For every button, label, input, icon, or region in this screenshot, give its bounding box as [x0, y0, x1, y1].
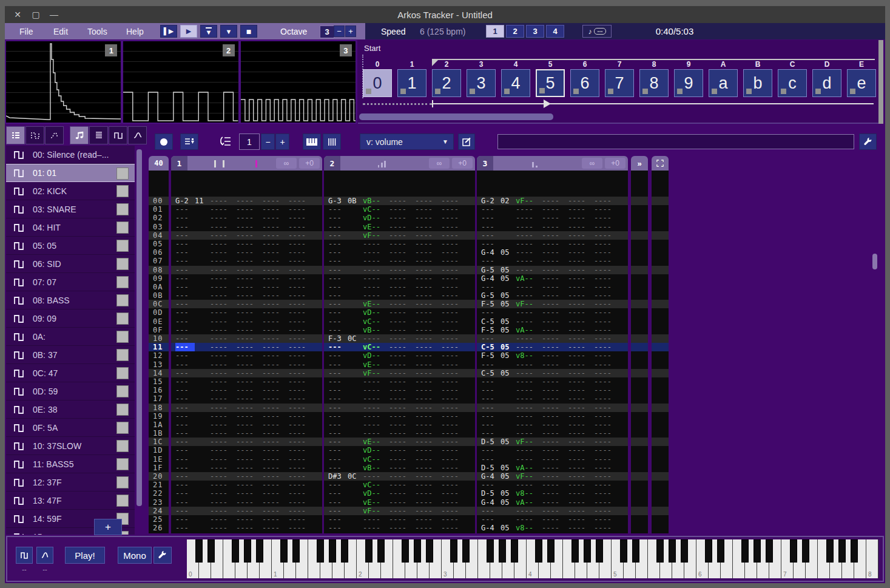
effect-cell[interactable]: ---- — [441, 386, 465, 394]
effect-cell[interactable]: ---- — [516, 231, 540, 240]
test-pitch-button[interactable] — [36, 547, 53, 564]
effect-cell[interactable]: ---- — [288, 343, 312, 351]
pattern-cell[interactable]: ---vD-------------- — [324, 446, 475, 455]
effect-cell[interactable]: ---- — [288, 291, 312, 300]
effect-cell[interactable]: ---- — [210, 317, 234, 326]
note-cell[interactable]: --- — [175, 369, 195, 377]
pattern-cell[interactable]: ------------------- — [324, 274, 475, 283]
effect-cell[interactable]: ---- — [288, 515, 312, 524]
effect-cell[interactable]: ---- — [210, 351, 234, 360]
effect-cell[interactable]: ---- — [288, 360, 312, 369]
effect-cell[interactable]: ---- — [288, 205, 312, 214]
effect-cell[interactable]: ---- — [389, 291, 413, 300]
note-cell[interactable]: F-5 — [481, 351, 501, 360]
black-key[interactable] — [547, 539, 555, 563]
pattern-cell[interactable]: ------------------- — [171, 223, 322, 231]
sequence-cell-6[interactable]: 6 — [570, 69, 599, 97]
sequence-cell-1[interactable]: 1 — [397, 69, 426, 97]
note-cell[interactable]: --- — [481, 421, 501, 429]
note-cell[interactable]: --- — [328, 455, 348, 464]
effect-cell[interactable]: ---- — [262, 343, 286, 351]
effect-cell[interactable]: ---- — [389, 377, 413, 386]
effect-cell[interactable]: ---- — [542, 455, 566, 464]
pattern-cell[interactable]: C-505---------------- — [477, 369, 628, 377]
effect-cell[interactable]: ---- — [516, 394, 540, 403]
effect-cell[interactable]: ---- — [441, 257, 465, 265]
effect-cell[interactable]: ---- — [594, 291, 618, 300]
effect-cell[interactable]: ---- — [236, 489, 260, 498]
effect-cell[interactable]: ---- — [516, 404, 540, 412]
effect-cell[interactable]: ---- — [542, 524, 566, 532]
note-cell[interactable]: --- — [175, 351, 195, 360]
effect-cell[interactable]: ---- — [415, 360, 439, 369]
instrument-cell[interactable]: 05 — [501, 369, 516, 377]
note-cell[interactable]: --- — [481, 455, 501, 464]
mono-button[interactable]: Mono — [118, 547, 152, 564]
effect-cell[interactable]: v8-- — [516, 489, 540, 498]
instrument-cell[interactable]: 05 — [501, 248, 516, 257]
pattern-cell[interactable]: ---vC-------------- — [324, 205, 475, 214]
sequence-hscrollbar[interactable] — [359, 113, 553, 120]
effect-cell[interactable]: ---- — [262, 300, 286, 308]
effect-cell[interactable]: ---- — [236, 351, 260, 360]
instrument-row[interactable]: 04: HIT — [6, 218, 135, 237]
note-cell[interactable]: --- — [175, 489, 195, 498]
effect-cell[interactable]: ---- — [415, 489, 439, 498]
effect-cell[interactable]: ---- — [236, 507, 260, 515]
pattern-cell[interactable]: G-30BvB-------------- — [324, 197, 475, 205]
note-cell[interactable]: --- — [175, 421, 195, 429]
record-button[interactable] — [155, 133, 173, 150]
edit-effect-button[interactable] — [458, 133, 475, 150]
effect-cell[interactable]: ---- — [415, 369, 439, 377]
effect-cell[interactable]: ---- — [568, 524, 592, 532]
effect-cell[interactable]: ---- — [542, 507, 566, 515]
note-cell[interactable]: D-5 — [481, 489, 501, 498]
note-cell[interactable]: --- — [175, 507, 195, 515]
note-cell[interactable]: --- — [328, 404, 348, 412]
effect-cell[interactable]: ---- — [594, 394, 618, 403]
instrument-mute-button[interactable] — [116, 385, 129, 397]
black-key[interactable] — [535, 539, 542, 563]
instrument-mute-button[interactable] — [116, 331, 129, 343]
note-cell[interactable]: --- — [328, 360, 348, 369]
black-key[interactable] — [741, 539, 749, 563]
note-cell[interactable]: --- — [481, 386, 501, 394]
instrument-row[interactable]: 06: SID — [6, 255, 135, 273]
effect-cell[interactable]: ---- — [210, 231, 234, 240]
effect-cell[interactable]: ---- — [236, 421, 260, 429]
pattern-cell[interactable]: ------------------- — [477, 257, 628, 265]
effect-cell[interactable]: ---- — [415, 421, 439, 429]
effect-cell[interactable]: ---- — [441, 317, 465, 326]
note-cell[interactable]: --- — [481, 283, 501, 291]
instrument-mute-button[interactable] — [116, 276, 129, 288]
effect-value-input[interactable] — [497, 134, 854, 149]
effect-cell[interactable]: ---- — [568, 481, 592, 489]
pattern-cell[interactable]: ------------------- — [171, 524, 322, 532]
effect-cell[interactable]: ---- — [441, 532, 465, 533]
effect-cell[interactable]: ---- — [568, 197, 592, 205]
eventtrack-tab[interactable] — [652, 156, 669, 171]
effect-cell[interactable]: ---- — [288, 421, 312, 429]
pattern-cell[interactable]: ---vC-------------- — [324, 481, 475, 489]
effect-cell[interactable]: ---- — [594, 240, 618, 248]
effect-cell[interactable]: ---- — [389, 266, 413, 274]
effect-cell[interactable]: ---- — [288, 386, 312, 394]
black-key[interactable] — [620, 539, 627, 563]
note-cell[interactable]: --- — [175, 532, 195, 533]
effect-cell[interactable]: ---- — [262, 481, 286, 489]
pattern-cell[interactable]: ---vB-------------- — [324, 464, 475, 472]
play-song-button[interactable]: Play! — [65, 547, 105, 564]
effect-cell[interactable]: vC-- — [363, 317, 387, 326]
pattern-cell[interactable]: ------------------- — [477, 515, 628, 524]
pattern-cell[interactable]: ------------------- — [171, 438, 322, 446]
effect-cell[interactable]: ---- — [262, 532, 286, 533]
instrument-mute-button[interactable] — [116, 404, 129, 416]
effect-cell[interactable]: ---- — [594, 257, 618, 265]
pattern-cell[interactable]: ------------------- — [477, 223, 628, 231]
instrument-row[interactable]: 03: SNARE — [6, 200, 135, 218]
effect-cell[interactable]: ---- — [288, 507, 312, 515]
effect-cell[interactable]: ---- — [236, 231, 260, 240]
note-cell[interactable]: --- — [328, 300, 348, 308]
black-key[interactable] — [826, 539, 834, 563]
effect-cell[interactable]: ---- — [415, 248, 439, 257]
